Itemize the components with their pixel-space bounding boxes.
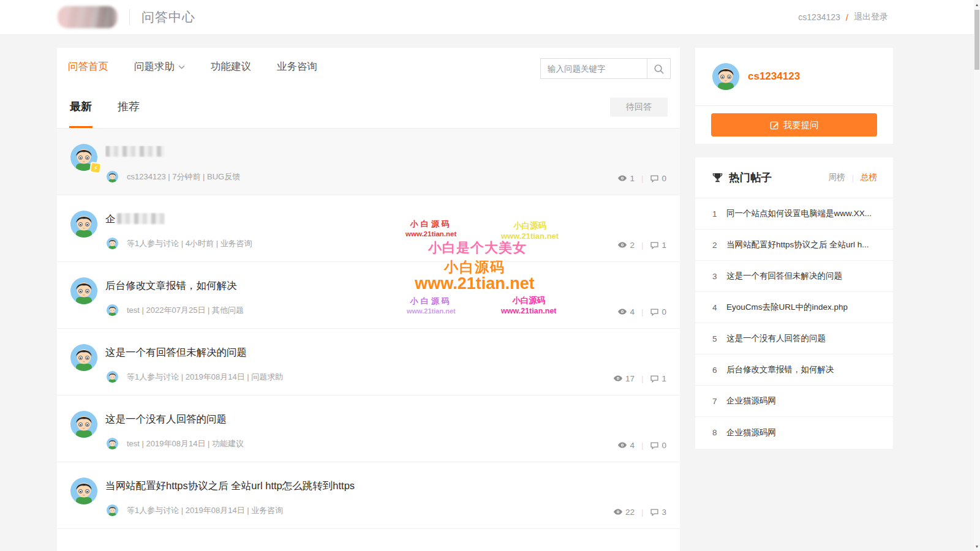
page-scrollbar[interactable]: ▲ ▼ [974, 0, 980, 551]
category-nav-item[interactable]: 功能建议 [211, 60, 251, 73]
question-meta-row: cs1234123 | 7分钟前 | BUG反馈 [107, 171, 240, 182]
question-stats: 1 | 0 [617, 173, 666, 183]
header-divider [129, 9, 130, 25]
hot-tab-week[interactable]: 周榜 [828, 172, 845, 183]
profile-summary: cs1234123 [695, 48, 893, 106]
category-nav-label: 问题求助 [134, 60, 175, 73]
question-author-avatar[interactable]: ⚡ [70, 144, 97, 171]
comments-count: 0 [662, 174, 666, 183]
hot-post-rank: 7 [712, 397, 726, 406]
question-meta: 等1人参与讨论 | 2019年08月14日 | 业务咨询 [127, 505, 283, 516]
ask-question-button[interactable]: 我要提问 [711, 113, 877, 137]
question-meta-row: 等1人参与讨论 | 2019年08月14日 | 业务咨询 [107, 504, 283, 516]
chat-bubble-icon [650, 241, 659, 250]
stats-separator: | [641, 441, 644, 450]
hot-post-title: 这是一个没有人回答的问题 [726, 333, 826, 344]
views-count: 17 [625, 374, 635, 383]
eye-icon [617, 307, 627, 317]
header-username-link[interactable]: cs1234123 [798, 12, 840, 22]
search-button[interactable] [647, 58, 671, 79]
profile-card: cs1234123 我要提问 [695, 48, 893, 144]
scrollbar-down-arrow[interactable]: ▼ [974, 542, 980, 551]
hot-posts-card: 热门帖子 周榜 | 总榜 1 同一个站点如何设置电脑端是www.XX... 2 … [695, 157, 893, 449]
eye-icon [613, 507, 623, 517]
hot-post-item[interactable]: 4 EyouCms去除URL中的index.php [695, 292, 893, 323]
question-title[interactable]: 当网站配置好https协议之后 全站url http怎么跳转到https [105, 479, 355, 493]
category-nav-item[interactable]: 业务咨询 [277, 60, 317, 73]
question-row[interactable]: ⚡ cs1234123 | 7分钟前 | BUG反馈 1 | 0 [57, 129, 680, 195]
hot-post-item[interactable]: 5 这是一个没有人回答的问题 [695, 323, 893, 354]
eye-icon [613, 373, 623, 383]
hot-tab-all[interactable]: 总榜 [861, 172, 877, 183]
question-author-avatar[interactable] [70, 277, 97, 304]
search-input[interactable] [540, 58, 647, 79]
question-title[interactable]: 后台修改文章报错，如何解决 [105, 279, 237, 293]
comments-count: 1 [662, 374, 666, 383]
question-row[interactable]: 这是一个没有人回答的问题 test | 2019年08月14日 | 功能建议 4… [57, 395, 680, 462]
stats-separator: | [641, 374, 644, 383]
question-row[interactable]: 这是一个有回答但未解决的问题 等1人参与讨论 | 2019年08月14日 | 问… [57, 329, 680, 395]
mini-avatar [107, 371, 118, 383]
comments-count: 3 [662, 508, 666, 517]
views-count: 2 [630, 241, 635, 250]
question-row[interactable]: 后台修改文章报错，如何解决 test | 2022年07月25日 | 其他问题 … [57, 262, 680, 329]
scrollbar-up-arrow[interactable]: ▲ [974, 0, 980, 9]
category-nav: 问答首页 问题求助 功能建议 业务咨询 [57, 48, 680, 86]
scrollbar-thumb[interactable] [974, 10, 979, 70]
hot-post-item[interactable]: 2 当网站配置好https协议之后 全站url h... [695, 230, 893, 261]
question-author-avatar[interactable] [70, 344, 97, 371]
eye-icon [617, 240, 627, 250]
question-stats: 22 | 3 [613, 507, 666, 517]
hot-post-title: 后台修改文章报错，如何解决 [726, 364, 834, 375]
hot-post-title: 这是一个有回答但未解决的问题 [726, 271, 842, 282]
profile-username[interactable]: cs1234123 [748, 70, 800, 83]
stats-separator: | [641, 508, 644, 517]
hot-post-rank: 3 [712, 272, 726, 281]
hot-post-item[interactable]: 7 企业猫源码网 [695, 386, 893, 417]
question-title[interactable] [105, 146, 165, 157]
question-author-avatar[interactable] [70, 478, 97, 504]
question-list: ⚡ cs1234123 | 7分钟前 | BUG反馈 1 | 0 企 [57, 129, 680, 529]
chat-bubble-icon [650, 307, 659, 317]
comments-count: 1 [662, 241, 666, 250]
hot-posts-title: 热门帖子 [729, 170, 772, 185]
question-meta-row: test | 2019年08月14日 | 功能建议 [107, 438, 244, 449]
hot-post-item[interactable]: 6 后台修改文章报错，如何解决 [695, 354, 893, 386]
chat-bubble-icon [650, 174, 659, 183]
logout-link[interactable]: 退出登录 [854, 12, 888, 23]
hot-post-rank: 6 [712, 365, 726, 375]
avatar[interactable] [712, 63, 739, 90]
hot-post-rank: 1 [712, 209, 726, 219]
filter-tab-row: 最新推荐 待回答 [57, 86, 680, 129]
hot-post-item[interactable]: 8 企业猫源码网 [695, 417, 893, 448]
censored-text [117, 213, 165, 224]
category-nav-label: 业务咨询 [277, 60, 317, 73]
question-stats: 2 | 1 [617, 240, 666, 250]
pending-answer-button[interactable]: 待回答 [610, 97, 668, 116]
mini-avatar [107, 504, 118, 516]
category-nav-item[interactable]: 问答首页 [68, 60, 108, 73]
question-title[interactable]: 这是一个没有人回答的问题 [105, 413, 227, 426]
question-title[interactable]: 这是一个有回答但未解决的问题 [105, 346, 247, 359]
header-slash-separator: / [846, 12, 848, 23]
eye-icon [617, 173, 627, 183]
hot-post-rank: 2 [712, 241, 726, 250]
hot-post-item[interactable]: 3 这是一个有回答但未解决的问题 [695, 261, 893, 292]
hot-post-title: 同一个站点如何设置电脑端是www.XX... [726, 208, 872, 219]
site-logo-censored[interactable] [58, 6, 118, 28]
question-row[interactable]: 当网站配置好https协议之后 全站url http怎么跳转到https 等1人… [57, 462, 680, 529]
question-meta-row: test | 2022年07月25日 | 其他问题 [107, 304, 244, 316]
category-nav-item[interactable]: 问题求助 [134, 60, 185, 73]
hot-post-rank: 8 [712, 428, 726, 437]
chevron-down-icon [175, 65, 185, 69]
question-author-avatar[interactable] [70, 211, 97, 238]
question-title[interactable]: 企 [105, 212, 165, 226]
question-stats: 4 | 0 [617, 440, 666, 450]
filter-tab[interactable]: 最新 [69, 86, 92, 128]
question-meta: test | 2019年08月14日 | 功能建议 [127, 438, 244, 449]
filter-tab[interactable]: 推荐 [117, 86, 140, 128]
question-row[interactable]: 企 等1人参与讨论 | 4小时前 | 业务咨询 2 | 1 [57, 195, 680, 262]
hot-post-item[interactable]: 1 同一个站点如何设置电脑端是www.XX... [695, 198, 893, 230]
question-author-avatar[interactable] [70, 411, 97, 438]
hot-post-title: 企业猫源码网 [726, 395, 776, 407]
